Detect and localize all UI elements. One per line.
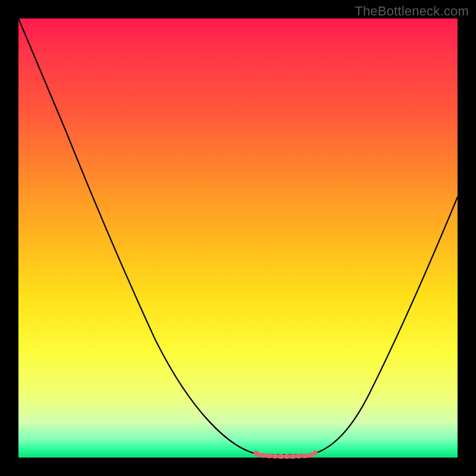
watermark-text: TheBottleneck.com [355,4,469,19]
plot-area [18,18,458,458]
bottleneck-curve [18,18,458,455]
valley-marker [256,454,315,456]
chart-frame: TheBottleneck.com [0,0,476,476]
curve-svg [18,18,458,458]
valley-marker-left-dot [253,450,258,455]
valley-marker-right-dot [313,450,318,455]
